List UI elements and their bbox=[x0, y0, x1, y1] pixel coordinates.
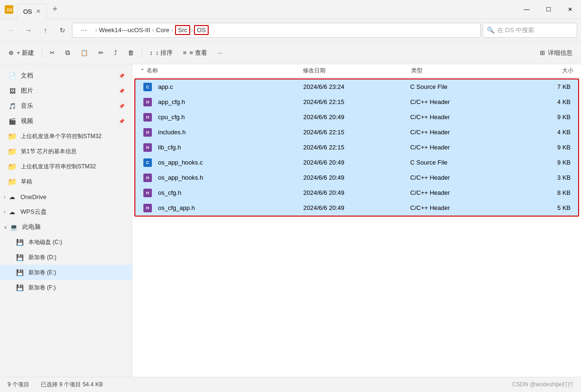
breadcrumb-more-btn[interactable]: ··· bbox=[76, 23, 91, 38]
table-row[interactable]: C app.c 2024/6/6 23:24 C Source File 7 K… bbox=[135, 79, 578, 95]
app-icon: OS bbox=[5, 5, 13, 14]
sidebar-item-pics[interactable]: 🖼 图片 📌 bbox=[0, 83, 132, 98]
file-type: C/C++ Header bbox=[410, 129, 517, 136]
copy-btn[interactable]: ⧉ bbox=[61, 44, 75, 61]
sidebar: 📄 文档 📌 🖼 图片 📌 🎵 音乐 📌 🎬 视频 📌 📁 上位机发送单个字符控… bbox=[0, 64, 132, 377]
breadcrumb-bar[interactable]: ··· › Week14---ucOS-III › Core › Src › O… bbox=[72, 23, 481, 38]
file-date: 2024/6/6 20:49 bbox=[303, 159, 410, 166]
titlebar: OS OS ✕ + — ☐ ✕ bbox=[0, 0, 581, 19]
sidebar-item-docs[interactable]: 📄 文档 📌 bbox=[0, 68, 132, 83]
share-btn[interactable]: ⤴ bbox=[109, 44, 122, 61]
paste-btn[interactable]: 📋 bbox=[76, 44, 93, 61]
selection-highlight-box: C app.c 2024/6/6 23:24 C Source File 7 K… bbox=[134, 78, 579, 217]
col-date-label[interactable]: 修改日期 bbox=[303, 67, 411, 75]
refresh-btn[interactable]: ↻ bbox=[55, 23, 70, 38]
breadcrumb-week14[interactable]: Week14---ucOS-III bbox=[99, 26, 150, 34]
file-size: 9 KB bbox=[517, 144, 571, 151]
maximize-btn[interactable]: ☐ bbox=[537, 0, 559, 19]
col-size-label[interactable]: 大小 bbox=[519, 67, 574, 75]
table-row[interactable]: H os_cfg_app.h 2024/6/6 20:49 C/C++ Head… bbox=[135, 200, 578, 216]
wps-icon: ☁ bbox=[7, 207, 17, 217]
search-placeholder: 在 OS 中搜索 bbox=[497, 26, 534, 35]
table-row[interactable]: H os_app_hooks.h 2024/6/6 20:49 C/C++ He… bbox=[135, 170, 578, 185]
window-controls: — ☐ ✕ bbox=[516, 0, 581, 18]
table-row[interactable]: H os_cfg.h 2024/6/6 20:49 C/C++ Header 8… bbox=[135, 185, 578, 200]
table-row[interactable]: H cpu_cfg.h 2024/6/6 20:49 C/C++ Header … bbox=[135, 110, 578, 125]
search-bar[interactable]: 🔍 在 OS 中搜索 bbox=[483, 23, 577, 38]
share-icon: ⤴ bbox=[114, 49, 117, 56]
file-type: C/C++ Header bbox=[410, 174, 517, 181]
file-size: 4 KB bbox=[517, 129, 571, 136]
close-btn[interactable]: ✕ bbox=[559, 0, 581, 19]
sidebar-item-folder3[interactable]: 📁 上位机发送字符串控制STM32 bbox=[0, 159, 132, 174]
sort-btn[interactable]: ↕ ↕ 排序 bbox=[145, 44, 177, 61]
sidebar-thispc[interactable]: ∨ 💻 此电脑 bbox=[0, 219, 132, 235]
more-icon: ··· bbox=[218, 49, 223, 56]
file-size: 9 KB bbox=[517, 159, 571, 166]
minimize-btn[interactable]: — bbox=[516, 0, 537, 19]
sidebar-onedrive[interactable]: › ☁ OneDrive bbox=[0, 189, 132, 204]
cut-btn[interactable]: ✂ bbox=[45, 44, 60, 61]
table-row[interactable]: C os_app_hooks.c 2024/6/6 20:49 C Source… bbox=[135, 155, 578, 170]
pin-icon3: 📌 bbox=[119, 104, 124, 109]
file-date: 2024/6/6 20:49 bbox=[303, 174, 410, 181]
sidebar-drive-c[interactable]: 💾 本地磁盘 (C:) bbox=[0, 235, 132, 250]
sidebar-item-folder1[interactable]: 📁 上位机发送单个字符控制STM32 bbox=[0, 129, 132, 144]
file-icon-oscfgapph: H bbox=[143, 203, 152, 213]
music-icon: 🎵 bbox=[8, 101, 17, 111]
file-type: C Source File bbox=[410, 159, 517, 166]
breadcrumb-core[interactable]: Core bbox=[156, 26, 169, 34]
new-tab-btn[interactable]: + bbox=[49, 4, 62, 14]
more-btn[interactable]: ··· bbox=[213, 44, 228, 61]
file-icon-oshooksh: H bbox=[143, 173, 152, 183]
toolbar: ⊕ + 新建 ✂ ⧉ 📋 ✏ ⤴ 🗑 ↕ ↕ 排序 ≡ ≡ 查看 ··· ⊞ 详… bbox=[0, 42, 581, 64]
breadcrumb-os[interactable]: OS bbox=[194, 25, 209, 35]
file-date: 2024/6/6 22:15 bbox=[303, 98, 410, 105]
watermark: CSDN @wodeshijie打打 bbox=[512, 381, 573, 389]
col-name-label[interactable]: 名称 bbox=[147, 67, 158, 75]
up-btn[interactable]: ↑ bbox=[38, 23, 53, 38]
sidebar-drive-e[interactable]: 💾 新加卷 (E:) bbox=[0, 265, 132, 280]
file-icon-includesh: H bbox=[143, 128, 152, 137]
sidebar-item-folder4[interactable]: 📁 草稿 bbox=[0, 174, 132, 189]
back-btn[interactable]: ← bbox=[4, 23, 19, 38]
sidebar-item-video[interactable]: 🎬 视频 📌 bbox=[0, 113, 132, 129]
search-icon: 🔍 bbox=[487, 26, 494, 34]
docs-icon: 📄 bbox=[8, 71, 17, 80]
forward-btn[interactable]: → bbox=[21, 23, 36, 38]
table-row[interactable]: H lib_cfg.h 2024/6/6 22:15 C/C++ Header … bbox=[135, 140, 578, 155]
col-sort-icon: ⌃ bbox=[140, 68, 145, 74]
table-row[interactable]: H includes.h 2024/6/6 22:15 C/C++ Header… bbox=[135, 125, 578, 140]
file-name: app.c bbox=[158, 83, 173, 90]
new-icon: ⊕ bbox=[9, 49, 14, 56]
new-btn[interactable]: ⊕ + 新建 bbox=[4, 44, 39, 61]
file-icon-appc: C bbox=[143, 82, 152, 92]
view-btn[interactable]: ≡ ≡ 查看 bbox=[178, 44, 212, 61]
sidebar-item-folder2[interactable]: 📁 第1节 芯片的基本信息 bbox=[0, 144, 132, 159]
active-tab[interactable]: OS ✕ bbox=[17, 4, 47, 19]
file-type: C/C++ Header bbox=[410, 144, 517, 151]
col-type-label[interactable]: 类型 bbox=[411, 67, 519, 75]
sidebar-drive-f[interactable]: 💾 新加卷 (F:) bbox=[0, 280, 132, 295]
table-row[interactable]: H app_cfg.h 2024/6/6 22:15 C/C++ Header … bbox=[135, 95, 578, 110]
file-size: 5 KB bbox=[517, 204, 571, 211]
sidebar-drive-d[interactable]: 💾 新加卷 (D:) bbox=[0, 250, 132, 265]
file-icon-libcfgh: H bbox=[143, 143, 152, 152]
details-btn[interactable]: ⊞ 详细信息 bbox=[535, 44, 577, 61]
tabs: OS ✕ + bbox=[17, 0, 61, 18]
file-type: C Source File bbox=[410, 83, 517, 90]
paste-icon: 📋 bbox=[80, 49, 88, 56]
delete-btn[interactable]: 🗑 bbox=[123, 44, 139, 61]
video-icon: 🎬 bbox=[8, 116, 17, 126]
tab-close-btn[interactable]: ✕ bbox=[36, 8, 41, 15]
sidebar-wps[interactable]: › ☁ WPS云盘 bbox=[0, 204, 132, 219]
file-size: 7 KB bbox=[517, 83, 571, 90]
sidebar-item-music[interactable]: 🎵 音乐 📌 bbox=[0, 98, 132, 113]
copy-icon: ⧉ bbox=[65, 49, 70, 57]
file-date: 2024/6/6 20:49 bbox=[303, 204, 410, 211]
drive-e-icon: 💾 bbox=[15, 268, 25, 277]
file-icon-cpucfgh: H bbox=[143, 113, 152, 122]
file-name: includes.h bbox=[158, 129, 186, 136]
breadcrumb-src[interactable]: Src bbox=[175, 25, 190, 35]
rename-btn[interactable]: ✏ bbox=[94, 44, 108, 61]
